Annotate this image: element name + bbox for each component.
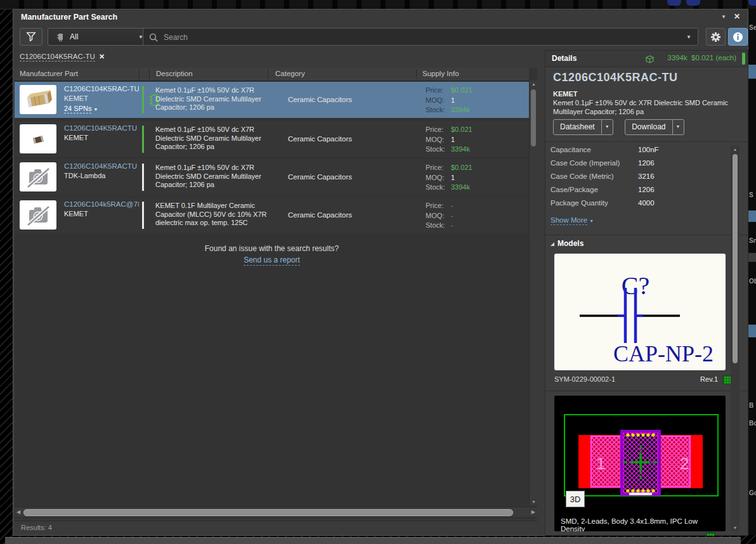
workspace-top-strip: [0, 0, 756, 10]
symbol-model-preview[interactable]: C? CAP-NP-2: [554, 254, 726, 370]
scroll-right-icon[interactable]: ▶: [531, 509, 535, 515]
edge-text-fragment: B: [749, 402, 753, 409]
search-input[interactable]: [162, 30, 672, 44]
lifecycle-bar: [142, 202, 144, 229]
search-toolbar: All ▼ ▼: [13, 27, 748, 48]
details-toggle-button[interactable]: [728, 28, 748, 46]
symbol-meta-row: SYM-0229-00002-1 Rev.1: [554, 375, 732, 385]
price-value: $0.021: [451, 164, 472, 171]
models-header-label: Models: [557, 239, 583, 248]
table-row[interactable]: C1206C104K5RACTU TDK-Lambda Kemet 0.1µF …: [15, 159, 529, 195]
send-report-link[interactable]: Send us a report: [244, 256, 300, 266]
pad-number-2: 2: [680, 454, 689, 473]
scroll-down-icon[interactable]: ▼: [530, 500, 538, 504]
part-category: Ceramic Capacitors: [288, 211, 415, 219]
parameter-value: 1206: [638, 159, 655, 167]
column-header-description[interactable]: Description: [156, 70, 193, 77]
results-count: Results: 4: [21, 524, 52, 531]
detail-part-number: C1206C104K5RAC-TU: [553, 71, 678, 84]
part-description: Kemet 0.1µF ±10% 50V dc X7R Dielectric S…: [155, 86, 271, 112]
parameter-row: Capacitance100nF: [551, 146, 732, 159]
moq-value: 1: [451, 136, 455, 143]
edge-block: [748, 253, 756, 262]
scrollbar-thumb[interactable]: [531, 89, 536, 146]
gear-icon: [710, 32, 721, 42]
details-panel: Details 3394k $0.021 (each) C1206C104K5R…: [545, 50, 748, 536]
results-horizontal-scrollbar[interactable]: ◀ ▶: [15, 507, 537, 517]
part-category: Ceramic Capacitors: [288, 96, 415, 103]
panel-close-icon[interactable]: ✕: [734, 12, 740, 21]
moq-value: 1: [451, 174, 455, 181]
parameter-row: Package Quantity4000: [551, 199, 732, 212]
scroll-up-icon[interactable]: ▲: [731, 147, 740, 152]
lifecycle-bar: [142, 164, 144, 191]
edge-text-fragment: Go: [749, 489, 756, 496]
moq-label: MOQ:: [426, 135, 451, 145]
no-image-thumbnail: [20, 162, 56, 191]
manufacturer-name: TDK-Lambda: [64, 172, 139, 179]
table-row[interactable]: C1206C104K5RACTU KEMET Kemet 0.1µF ±10% …: [15, 121, 529, 157]
parameter-row: Case Code (Metric)3216: [551, 172, 732, 186]
search-field: ▼: [143, 28, 698, 46]
part-number-link[interactable]: C1206C104k5RAC@78: [64, 200, 139, 208]
column-header-part[interactable]: Manufacturer Part: [20, 70, 78, 77]
models-section-header[interactable]: Models: [551, 239, 583, 248]
search-scope-dropdown[interactable]: All ▼: [48, 28, 150, 46]
show-more-label[interactable]: Show More: [551, 216, 587, 225]
footprint-graphic: 1 2: [554, 396, 726, 531]
download-button[interactable]: Download▼: [625, 119, 684, 135]
moq-value: -: [451, 212, 453, 219]
results-vertical-scrollbar[interactable]: ▲ ▼: [529, 81, 537, 505]
table-row[interactable]: C1206C104K5RAC-TU KEMET 24 SPNs▼ Kemet 0…: [15, 82, 529, 118]
price-value: -: [451, 202, 453, 209]
footprint-revision-checkbox-cut[interactable]: [706, 533, 715, 536]
datasheet-button-label[interactable]: Datasheet: [554, 120, 602, 134]
search-history-chevron-icon[interactable]: ▼: [686, 34, 691, 40]
scrollbar-thumb[interactable]: [23, 509, 513, 516]
download-button-label[interactable]: Download: [625, 120, 672, 134]
edge-text-fragment: Sn: [749, 237, 756, 244]
divider: [545, 141, 748, 142]
column-header-category[interactable]: Category: [275, 70, 305, 77]
moq-label: MOQ:: [426, 96, 451, 106]
filter-chip[interactable]: C1206C104K5RAC-TU ✕: [20, 53, 105, 60]
scope-selected-value: All: [70, 32, 78, 41]
filter-chip-label[interactable]: C1206C104K5RAC-TU: [20, 53, 95, 62]
scrollbar-thumb[interactable]: [733, 154, 738, 363]
show-more-link[interactable]: Show More▼: [551, 216, 732, 224]
scroll-left-icon[interactable]: ◀: [16, 509, 20, 515]
details-header: Details 3394k $0.021 (each): [545, 51, 748, 67]
stock-cube-icon: [646, 55, 654, 66]
part-number-link[interactable]: C1206C104K5RAC-TU: [64, 85, 139, 93]
part-number-link[interactable]: C1206C104K5RACTU: [64, 124, 139, 132]
spns-label[interactable]: 24 SPNs: [64, 105, 91, 113]
stock-value: 3394k: [451, 106, 470, 113]
scroll-up-icon[interactable]: ▲: [530, 82, 538, 86]
moq-label: MOQ:: [426, 173, 451, 183]
component-icon: [56, 32, 65, 44]
panel-menu-icon[interactable]: ▼: [721, 14, 726, 20]
datasheet-button[interactable]: Datasheet▼: [553, 119, 613, 135]
part-category: Ceramic Capacitors: [288, 173, 415, 181]
price-value: $0.021: [451, 126, 472, 133]
part-number-link[interactable]: C1206C104K5RACTU: [64, 162, 139, 170]
parameter-name: Capacitance: [551, 146, 638, 153]
remove-filter-icon[interactable]: ✕: [99, 53, 105, 60]
stock-label: Stock:: [426, 221, 451, 231]
settings-button[interactable]: [706, 28, 726, 46]
column-header-supply[interactable]: Supply Info: [422, 70, 459, 77]
scroll-down-icon[interactable]: ▼: [731, 526, 740, 530]
details-vertical-scrollbar[interactable]: ▲ ▼: [731, 146, 740, 531]
chevron-down-icon[interactable]: ▼: [673, 120, 684, 134]
funnel-icon: [25, 31, 37, 42]
column-separator: [139, 69, 140, 79]
collapse-triangle-icon: [551, 242, 554, 246]
footprint-model-preview[interactable]: 1 2 3D SMD, 2-Leads, Body 3.4x1.8mm, IPC…: [554, 396, 726, 531]
filter-button[interactable]: [20, 28, 42, 46]
chevron-down-icon[interactable]: ▼: [602, 120, 613, 134]
detail-actions: Datasheet▼ Download▼: [553, 119, 693, 135]
spns-expander[interactable]: 24 SPNs▼: [64, 105, 139, 112]
table-row[interactable]: C1206C104k5RAC@78 KEMET KEMET 0.1F Multi…: [15, 197, 529, 233]
3d-toggle-badge[interactable]: 3D: [566, 491, 585, 507]
moq-value: 1: [451, 96, 455, 104]
